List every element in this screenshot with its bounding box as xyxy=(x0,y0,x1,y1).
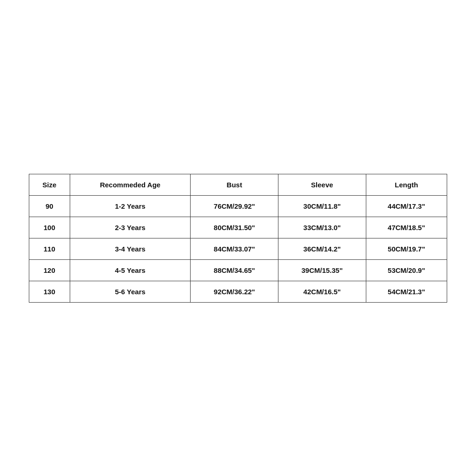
table-cell-3-3: 39CM/15.35" xyxy=(278,259,366,281)
table-cell-4-4: 54CM/21.3" xyxy=(366,281,447,302)
table-header-row: SizeRecommeded AgeBustSleeveLength xyxy=(29,174,447,195)
table-cell-2-1: 3-4 Years xyxy=(70,238,191,259)
table-cell-0-3: 30CM/11.8" xyxy=(278,195,366,217)
table-cell-1-0: 100 xyxy=(29,217,70,238)
table-row: 1204-5 Years88CM/34.65"39CM/15.35"53CM/2… xyxy=(29,259,447,281)
table-cell-2-3: 36CM/14.2" xyxy=(278,238,366,259)
table-cell-1-4: 47CM/18.5" xyxy=(366,217,447,238)
table-row: 1002-3 Years80CM/31.50"33CM/13.0"47CM/18… xyxy=(29,217,447,238)
table-row: 1103-4 Years84CM/33.07"36CM/14.2"50CM/19… xyxy=(29,238,447,259)
table-row: 901-2 Years76CM/29.92"30CM/11.8"44CM/17.… xyxy=(29,195,447,217)
column-header-1: Recommeded Age xyxy=(70,174,191,195)
column-header-2: Bust xyxy=(191,174,278,195)
table-cell-2-2: 84CM/33.07" xyxy=(191,238,278,259)
table-cell-3-2: 88CM/34.65" xyxy=(191,259,278,281)
table-cell-0-4: 44CM/17.3" xyxy=(366,195,447,217)
table-cell-3-1: 4-5 Years xyxy=(70,259,191,281)
table-cell-1-2: 80CM/31.50" xyxy=(191,217,278,238)
table-cell-0-1: 1-2 Years xyxy=(70,195,191,217)
size-chart-table: SizeRecommeded AgeBustSleeveLength 901-2… xyxy=(29,174,447,303)
table-cell-0-0: 90 xyxy=(29,195,70,217)
table-cell-4-0: 130 xyxy=(29,281,70,302)
table-cell-3-4: 53CM/20.9" xyxy=(366,259,447,281)
table-cell-1-3: 33CM/13.0" xyxy=(278,217,366,238)
table-cell-0-2: 76CM/29.92" xyxy=(191,195,278,217)
table-cell-2-4: 50CM/19.7" xyxy=(366,238,447,259)
table-cell-2-0: 110 xyxy=(29,238,70,259)
table-cell-4-3: 42CM/16.5" xyxy=(278,281,366,302)
size-chart-container: SizeRecommeded AgeBustSleeveLength 901-2… xyxy=(29,174,447,303)
table-cell-4-2: 92CM/36.22" xyxy=(191,281,278,302)
table-cell-4-1: 5-6 Years xyxy=(70,281,191,302)
table-cell-3-0: 120 xyxy=(29,259,70,281)
column-header-0: Size xyxy=(29,174,70,195)
column-header-3: Sleeve xyxy=(278,174,366,195)
table-cell-1-1: 2-3 Years xyxy=(70,217,191,238)
table-row: 1305-6 Years92CM/36.22"42CM/16.5"54CM/21… xyxy=(29,281,447,302)
column-header-4: Length xyxy=(366,174,447,195)
